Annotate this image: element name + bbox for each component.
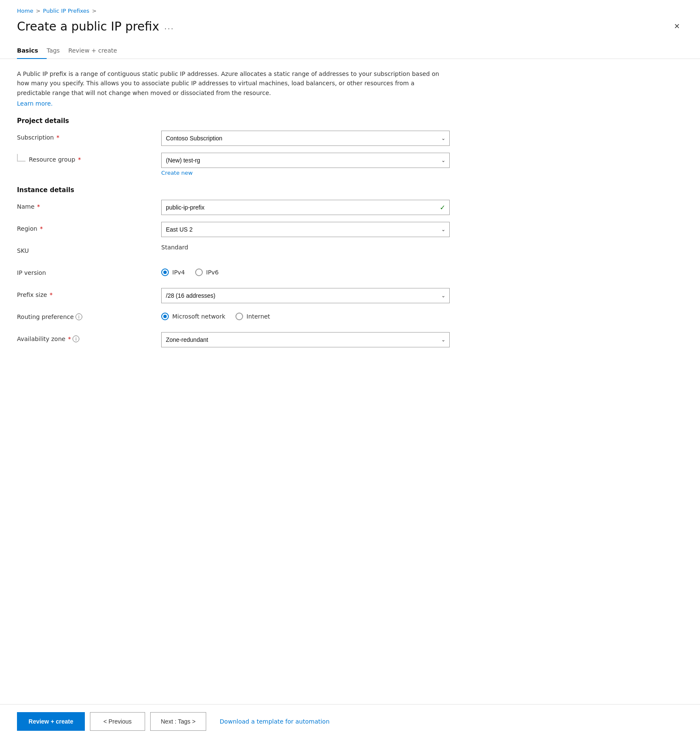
resource-group-select-wrapper: (New) test-rg ⌄ xyxy=(161,153,450,168)
subscription-row: Subscription * Contoso Subscription ⌄ xyxy=(17,131,450,146)
resource-group-select[interactable]: (New) test-rg xyxy=(161,153,450,168)
breadcrumb-section[interactable]: Public IP Prefixes xyxy=(43,8,89,14)
prefix-size-required: * xyxy=(50,291,53,298)
tab-tags[interactable]: Tags xyxy=(47,44,68,59)
ipv6-radio-circle xyxy=(195,268,203,276)
routing-preference-control: Microsoft network Internet xyxy=(161,310,450,320)
availability-zone-row: Availability zone * i Zone-redundant ⌄ xyxy=(17,332,450,347)
routing-internet[interactable]: Internet xyxy=(235,313,270,320)
routing-preference-row: Routing preference i Microsoft network I… xyxy=(17,310,450,325)
subscription-select-wrapper: Contoso Subscription ⌄ xyxy=(161,131,450,146)
availability-zone-control: Zone-redundant ⌄ xyxy=(161,332,450,347)
more-options-icon[interactable]: ... xyxy=(164,22,174,31)
review-create-button[interactable]: Review + create xyxy=(17,712,85,731)
ipv4-radio-circle xyxy=(161,268,169,276)
page-title: Create a public IP prefix xyxy=(17,20,159,34)
close-button[interactable]: × xyxy=(671,19,683,34)
routing-preference-info-icon[interactable]: i xyxy=(76,313,82,320)
region-required: * xyxy=(40,225,43,232)
routing-microsoft-network[interactable]: Microsoft network xyxy=(161,313,225,320)
sku-value: Standard xyxy=(161,240,188,251)
prefix-size-control: /28 (16 addresses) ⌄ xyxy=(161,288,450,303)
sku-row: SKU Standard xyxy=(17,244,450,259)
footer: Review + create < Previous Next : Tags >… xyxy=(0,704,700,738)
sku-control: Standard xyxy=(161,244,450,251)
az-required: * xyxy=(68,335,71,342)
ip-version-row: IP version IPv4 IPv6 xyxy=(17,266,450,281)
tabs-bar: Basics Tags Review + create xyxy=(0,34,700,59)
resource-group-indent: Resource group * xyxy=(17,153,161,163)
ip-version-ipv6[interactable]: IPv6 xyxy=(195,268,219,276)
prefix-size-label: Prefix size * xyxy=(17,288,161,298)
project-details-title: Project details xyxy=(17,117,450,125)
breadcrumb-sep2: > xyxy=(92,8,97,14)
subscription-required: * xyxy=(56,134,59,141)
availability-zone-label: Availability zone * i xyxy=(17,332,161,342)
name-required: * xyxy=(37,203,40,210)
next-button[interactable]: Next : Tags > xyxy=(150,712,206,731)
learn-more-link[interactable]: Learn more. xyxy=(17,100,53,107)
valid-checkmark-icon: ✓ xyxy=(440,204,445,212)
ip-version-radio-group: IPv4 IPv6 xyxy=(161,266,450,276)
download-template-link[interactable]: Download a template for automation xyxy=(220,718,330,725)
sku-label: SKU xyxy=(17,244,161,254)
resource-group-row: Resource group * (New) test-rg ⌄ Create … xyxy=(17,153,450,176)
breadcrumb-sep1: > xyxy=(36,8,40,14)
name-row: Name * ✓ xyxy=(17,200,450,215)
create-new-link[interactable]: Create new xyxy=(161,170,193,176)
prefix-size-select[interactable]: /28 (16 addresses) xyxy=(161,288,450,303)
ip-version-ipv4[interactable]: IPv4 xyxy=(161,268,185,276)
breadcrumb-home[interactable]: Home xyxy=(17,8,33,14)
tab-review-create[interactable]: Review + create xyxy=(68,44,126,59)
prefix-size-row: Prefix size * /28 (16 addresses) ⌄ xyxy=(17,288,450,303)
name-field-wrapper: ✓ xyxy=(161,200,450,215)
name-control: ✓ xyxy=(161,200,450,215)
region-row: Region * East US 2 ⌄ xyxy=(17,222,450,237)
prefix-size-select-wrapper: /28 (16 addresses) ⌄ xyxy=(161,288,450,303)
availability-zone-select[interactable]: Zone-redundant xyxy=(161,332,450,347)
resource-group-control: (New) test-rg ⌄ Create new xyxy=(161,153,450,176)
name-input[interactable] xyxy=(161,200,450,215)
subscription-select[interactable]: Contoso Subscription xyxy=(161,131,450,146)
region-control: East US 2 ⌄ xyxy=(161,222,450,237)
indent-line xyxy=(17,154,25,162)
name-label: Name * xyxy=(17,200,161,210)
previous-button[interactable]: < Previous xyxy=(90,712,145,731)
resource-group-label: Resource group * xyxy=(29,156,81,163)
region-label: Region * xyxy=(17,222,161,232)
content-area: A Public IP prefix is a range of contigu… xyxy=(0,59,467,364)
availability-zone-select-wrapper: Zone-redundant ⌄ xyxy=(161,332,450,347)
routing-preference-label: Routing preference i xyxy=(17,310,161,320)
page-header: Create a public IP prefix ... × xyxy=(0,14,700,34)
region-select[interactable]: East US 2 xyxy=(161,222,450,237)
instance-details-title: Instance details xyxy=(17,186,450,194)
ip-version-label: IP version xyxy=(17,266,161,276)
ipv4-radio-dot xyxy=(163,271,167,274)
availability-zone-info-icon[interactable]: i xyxy=(73,335,79,342)
breadcrumb: Home > Public IP Prefixes > xyxy=(0,0,700,14)
internet-radio-circle xyxy=(235,313,243,320)
rg-required: * xyxy=(78,156,81,163)
subscription-control: Contoso Subscription ⌄ xyxy=(161,131,450,146)
description-text: A Public IP prefix is a range of contigu… xyxy=(17,69,450,98)
region-select-wrapper: East US 2 ⌄ xyxy=(161,222,450,237)
microsoft-network-radio-circle xyxy=(161,313,169,320)
routing-preference-radio-group: Microsoft network Internet xyxy=(161,310,450,320)
subscription-label: Subscription * xyxy=(17,131,161,141)
ip-version-control: IPv4 IPv6 xyxy=(161,266,450,276)
tab-basics[interactable]: Basics xyxy=(17,44,47,59)
microsoft-network-radio-dot xyxy=(163,315,167,318)
